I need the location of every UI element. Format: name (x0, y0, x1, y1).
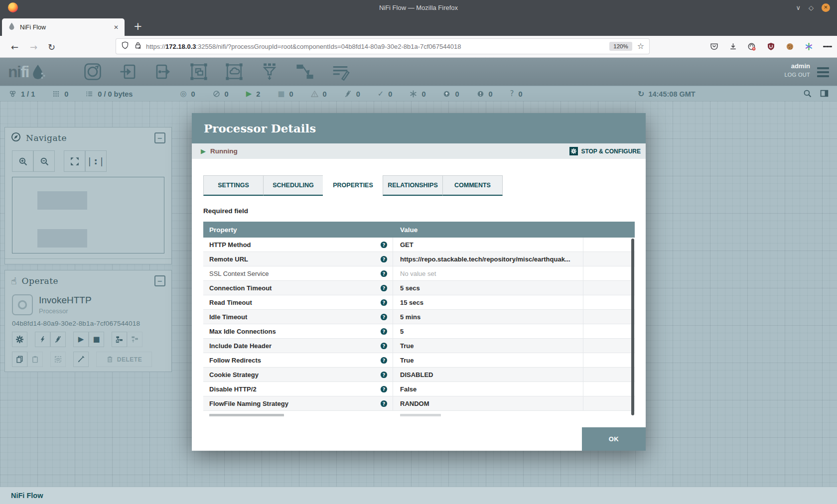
back-button[interactable]: ← (11, 41, 18, 52)
save-flow-version-button[interactable] (112, 332, 127, 347)
property-help-icon[interactable]: ? (380, 313, 388, 322)
fill-color-button[interactable] (73, 352, 89, 367)
search-icon[interactable] (803, 89, 812, 99)
property-help-icon[interactable]: ? (380, 255, 388, 264)
browser-toolbar: ← → ↻ https://172.18.0.3:32558/nifi/?pro… (0, 36, 837, 58)
refresh-icon[interactable]: ↻ (638, 90, 644, 98)
table-scrollbar[interactable] (631, 239, 634, 415)
property-help-icon[interactable]: ? (380, 270, 388, 279)
property-help-icon[interactable]: ? (380, 328, 388, 337)
zoom-actual-size-button[interactable]: ❘:❘ (85, 150, 107, 172)
zoom-badge[interactable]: 120% (609, 42, 632, 51)
label-tool-icon[interactable] (330, 62, 350, 82)
start-button[interactable]: ▶ (73, 332, 89, 347)
property-row-spacer (583, 295, 635, 309)
status-up-to-date-versioned-groups: ✓0 (378, 90, 393, 98)
disable-button[interactable] (50, 332, 66, 347)
svg-text:?: ? (383, 372, 385, 378)
lock-icon[interactable] (134, 41, 142, 51)
forward-button[interactable]: → (30, 41, 37, 52)
pocket-icon[interactable] (709, 42, 718, 51)
property-name: Max Idle Connections? (203, 324, 393, 338)
breadcrumb[interactable]: NiFi Flow (11, 492, 43, 500)
logout-link[interactable]: LOG OUT (784, 72, 810, 78)
enable-button[interactable] (35, 332, 50, 347)
property-value: True (393, 353, 583, 367)
property-value: RANDOM (393, 396, 583, 410)
new-tab-button[interactable]: + (134, 21, 142, 32)
table-header: Property Value (203, 222, 635, 238)
process-group-tool-icon[interactable] (189, 62, 209, 82)
reload-button[interactable]: ↻ (48, 41, 55, 52)
url-text: https://172.18.0.3:32558/nifi/?processGr… (146, 43, 609, 50)
property-help-icon[interactable]: ? (380, 400, 388, 409)
remote-process-group-tool-icon[interactable] (224, 62, 244, 82)
status-stale-versioned-groups: 0 (443, 90, 459, 98)
bookmark-star-icon[interactable]: ☆ (637, 42, 644, 50)
birdseye-minimap[interactable] (12, 177, 164, 253)
tracking-shield-icon[interactable] (121, 41, 129, 51)
cookie-extension-icon[interactable] (785, 42, 794, 51)
stop-and-configure-button[interactable]: STOP & CONFIGURE (569, 147, 641, 155)
zoom-fit-button[interactable] (64, 150, 85, 172)
zoom-in-button[interactable] (12, 150, 33, 172)
property-help-icon[interactable]: ? (380, 357, 388, 366)
copy-button[interactable] (12, 352, 27, 367)
operate-collapse-button[interactable]: − (154, 275, 165, 286)
property-value: 5 (393, 324, 583, 338)
tab-scheduling[interactable]: SCHEDULING (263, 175, 323, 196)
stylus-extension-icon[interactable] (804, 42, 813, 51)
window-close-icon[interactable]: ✕ (822, 3, 830, 12)
window-minimize-icon[interactable]: ∨ (796, 4, 801, 11)
tab-comments[interactable]: COMMENTS (442, 175, 503, 196)
stop-button[interactable]: ■ (89, 332, 104, 347)
processor-details-dialog: Processor Details ▶ Running STOP & CONFI… (192, 113, 646, 451)
svg-text:?: ? (383, 329, 385, 334)
zoom-out-button[interactable] (33, 150, 55, 172)
property-help-icon[interactable]: ? (380, 385, 388, 394)
property-row: Include Date Header?True (203, 339, 635, 353)
tab-properties[interactable]: PROPERTIES (323, 175, 383, 196)
tab-close-icon[interactable]: ✕ (114, 24, 119, 30)
property-name: Idle Timeout? (203, 310, 393, 324)
tab-settings[interactable]: SETTINGS (203, 175, 264, 196)
ublock-extension-icon[interactable] (766, 42, 775, 51)
panel-toggle-icon[interactable] (820, 89, 829, 99)
template-tool-icon[interactable] (295, 62, 315, 82)
output-port-tool-icon[interactable] (153, 62, 173, 82)
url-bar[interactable]: https://172.18.0.3:32558/nifi/?processGr… (116, 39, 649, 54)
property-value: True (393, 339, 583, 353)
status-connected-nodes: 1 / 1 (9, 90, 35, 98)
container-extension-icon[interactable] (747, 42, 756, 51)
processor-tool-icon[interactable] (83, 62, 103, 82)
input-port-tool-icon[interactable] (118, 62, 138, 82)
status-running-components: ▶2 (246, 90, 261, 98)
global-menu-icon[interactable] (817, 65, 829, 79)
navigate-collapse-button[interactable]: − (154, 132, 165, 143)
property-name: Cookie Strategy? (203, 368, 393, 381)
ok-button[interactable]: OK (582, 427, 646, 451)
downloads-icon[interactable] (728, 42, 737, 51)
configure-button[interactable] (12, 332, 27, 347)
window-titlebar: NiFi Flow — Mozilla Firefox ∨ ◇ ✕ (0, 0, 837, 15)
property-help-icon[interactable]: ? (380, 299, 388, 308)
nifi-favicon-icon (8, 22, 15, 32)
group-button[interactable] (50, 352, 66, 367)
menu-icon[interactable] (823, 42, 832, 51)
revert-flow-version-button[interactable] (127, 332, 142, 347)
window-maximize-icon[interactable]: ◇ (809, 4, 814, 11)
property-help-icon[interactable]: ? (380, 284, 388, 293)
svg-text:?: ? (383, 256, 385, 262)
navigate-palette: Navigate − ❘:❘ (4, 127, 172, 264)
browser-tab[interactable]: NiFi Flow ✕ (2, 18, 125, 36)
status-queued: 0 / 0 bytes (86, 90, 133, 98)
delete-button[interactable]: DELETE (96, 352, 152, 367)
tab-relationships[interactable]: RELATIONSHIPS (383, 175, 443, 196)
property-row: Remote URL?https://repo.stackable.tech/r… (203, 252, 635, 266)
property-help-icon[interactable]: ? (380, 241, 388, 250)
paste-button[interactable] (27, 352, 43, 367)
nifi-logo: nifi (8, 61, 45, 83)
property-help-icon[interactable]: ? (380, 342, 388, 351)
property-help-icon[interactable]: ? (380, 371, 388, 380)
funnel-tool-icon[interactable] (260, 62, 279, 82)
